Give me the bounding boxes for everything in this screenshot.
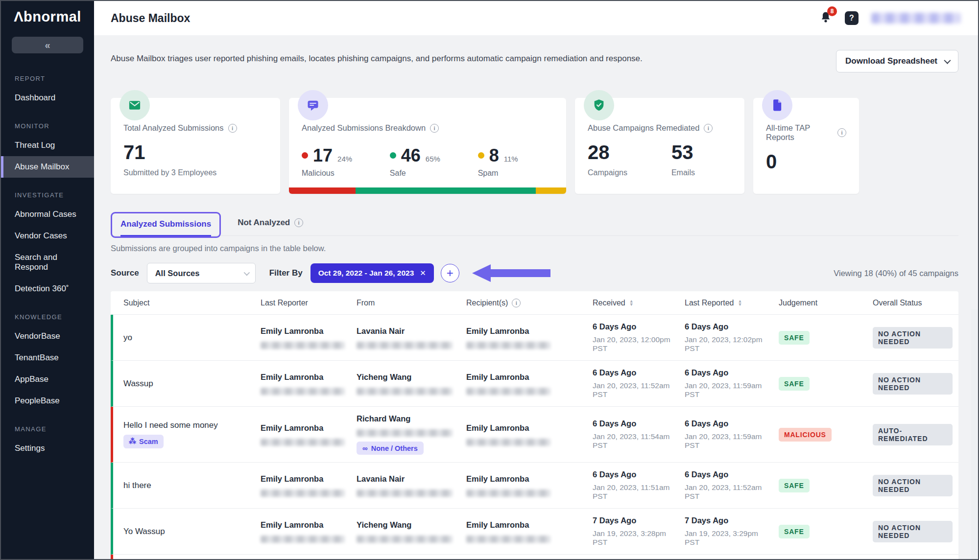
sort-icon[interactable]: ▲▼: [629, 300, 634, 306]
breakdown-value: 46: [401, 145, 421, 166]
breakdown-stats: 1724%Malicious4665%Safe811%Spam: [302, 145, 566, 178]
breakdown-stacked-bar: [289, 187, 566, 194]
sidebar-item-tenantbase[interactable]: TenantBase: [1, 347, 94, 369]
info-icon[interactable]: i: [837, 128, 846, 137]
cell-received: 7 Days AgoJan 19, 2023, 3:28pm PST: [593, 516, 685, 547]
table-row[interactable]: yoEmily LamronbaLavania NairEmily Lamron…: [111, 315, 958, 361]
viewing-count: Viewing 18 (40%) of 45 campaigns: [834, 269, 958, 278]
breakdown-label: Safe: [390, 169, 478, 178]
recipient-name: Emily Lamronba: [466, 327, 587, 336]
date-range-filter-chip[interactable]: Oct 29, 2022 - Jan 26, 2023 ✕: [310, 263, 434, 283]
sidebar-item-detection-360-[interactable]: Detection 360˚: [1, 278, 94, 300]
sidebar-item-peoplebase[interactable]: PeopleBase: [1, 390, 94, 412]
sidebar-item-abuse-mailbox[interactable]: Abuse Mailbox: [1, 156, 94, 178]
sidebar-item-label: VendorBase: [15, 331, 60, 341]
info-icon[interactable]: i: [228, 124, 237, 133]
column-header-label: Subject: [123, 299, 149, 307]
cell-subject: yo: [123, 333, 261, 343]
redacted-email: [357, 490, 453, 497]
column-header-judgement: Judgement: [779, 299, 873, 307]
scrollbar-track[interactable]: [971, 309, 978, 559]
sidebar-item-dashboard[interactable]: Dashboard: [1, 87, 94, 109]
cell-from: Lavania Nair: [357, 327, 466, 349]
sender-name: Yicheng Wang: [357, 520, 460, 530]
sidebar-item-label: Settings: [15, 443, 45, 453]
cell-from: Lavania Nair: [357, 474, 466, 497]
info-icon[interactable]: i: [704, 124, 713, 133]
cell-recipients: Emily Lamronba: [466, 474, 593, 497]
cell-overall-status: NO ACTION NEEDED: [873, 373, 958, 395]
recipient-name: Emily Lamronba: [466, 474, 587, 484]
sidebar-item-threat-log[interactable]: Threat Log: [1, 135, 94, 156]
top-bar-actions: 8 ?: [819, 11, 960, 25]
sidebar-item-appbase[interactable]: AppBase: [1, 369, 94, 390]
sort-icon[interactable]: ▲▼: [738, 300, 742, 306]
judgement-badge: SAFE: [779, 377, 810, 391]
tab-analyzed-submissions[interactable]: Analyzed Submissions: [120, 219, 211, 236]
help-button[interactable]: ?: [845, 11, 859, 25]
sidebar-section-label: KNOWLEDGE: [1, 306, 94, 326]
overall-status-badge: NO ACTION NEEDED: [873, 373, 953, 395]
page-description: Abuse Mailbox triages user reported phis…: [111, 50, 643, 64]
subject-text: Wassup: [123, 379, 255, 389]
info-icon[interactable]: i: [430, 124, 439, 133]
cell-received: 6 Days AgoJan 20, 2023, 11:52am PST: [593, 368, 685, 399]
tab-not-analyzed[interactable]: Not Analyzed i: [238, 218, 303, 235]
notifications-button[interactable]: 8: [819, 11, 832, 25]
column-header-label: Last Reported: [685, 299, 734, 307]
sidebar-item-vendor-cases[interactable]: Vendor Cases: [1, 225, 94, 247]
remove-filter-icon[interactable]: ✕: [420, 269, 426, 278]
user-account-menu[interactable]: [871, 13, 960, 23]
breakdown-label: Malicious: [302, 169, 390, 178]
sidebar-item-label: Vendor Cases: [15, 231, 67, 240]
sidebar-item-settings[interactable]: Settings: [1, 438, 94, 459]
time-absolute: Jan 20, 2023, 11:51am PST: [593, 483, 679, 501]
time-relative: 6 Days Ago: [685, 368, 773, 377]
card-total-analyzed-submissions: Total Analyzed Submissions i 71 Submitte…: [111, 98, 280, 194]
download-spreadsheet-button[interactable]: Download Spreadsheet: [836, 50, 958, 72]
remediated-stat-campaigns: 28Campaigns: [588, 133, 627, 177]
table-row[interactable]: test⁂ScamEmily LamronbaLavania Nair∞None…: [111, 555, 958, 559]
info-icon[interactable]: i: [294, 218, 303, 227]
table-row[interactable]: hi thereEmily LamronbaLavania NairEmily …: [111, 463, 958, 509]
cell-overall-status: NO ACTION NEEDED: [873, 475, 958, 496]
time-relative: 6 Days Ago: [685, 419, 773, 428]
judgement-badge: SAFE: [779, 525, 810, 538]
breakdown-stat-spam: 811%Spam: [478, 145, 566, 178]
time-absolute: Jan 20, 2023, 11:52am PST: [593, 381, 679, 399]
breakdown-stat-safe: 4665%Safe: [390, 145, 478, 178]
stat-cards-row: Total Analyzed Submissions i 71 Submitte…: [111, 98, 958, 194]
table-body: yoEmily LamronbaLavania NairEmily Lamron…: [111, 315, 958, 559]
cell-from: Yicheng Wang: [357, 373, 466, 395]
column-header-label: Judgement: [779, 299, 817, 307]
column-header-last-reported[interactable]: Last Reported▲▼: [685, 299, 779, 307]
sidebar-section-label: MONITOR: [1, 116, 94, 135]
chat-bubble-icon: [298, 90, 328, 120]
table-row[interactable]: WassupEmily LamronbaYicheng WangEmily La…: [111, 361, 958, 407]
sidebar-item-search-and-respond[interactable]: Search and Respond: [1, 247, 94, 278]
card-title-row: Abuse Campaigns Remediated i: [588, 123, 732, 133]
impersonated-party-chip[interactable]: ∞None / Others: [357, 442, 424, 455]
add-filter-button[interactable]: +: [441, 264, 459, 282]
cell-received: 6 Days AgoJan 20, 2023, 11:51am PST: [593, 470, 685, 501]
info-icon[interactable]: i: [512, 299, 521, 307]
reporter-name: Emily Lamronba: [261, 327, 351, 336]
sidebar-item-vendorbase[interactable]: VendorBase: [1, 326, 94, 347]
source-select[interactable]: All Sources: [147, 263, 256, 283]
collapse-chevrons-icon: «: [45, 40, 50, 51]
cell-last-reporter: Emily Lamronba: [261, 327, 357, 349]
table-row[interactable]: Yo WassupEmily LamronbaYicheng WangEmily…: [111, 509, 958, 555]
time-relative: 7 Days Ago: [593, 516, 679, 525]
sidebar-item-label: Threat Log: [15, 140, 55, 150]
column-header-received[interactable]: Received▲▼: [593, 299, 685, 307]
sidebar-collapse-button[interactable]: «: [12, 37, 83, 53]
cell-from: Yicheng Wang: [357, 520, 466, 543]
sidebar-item-abnormal-cases[interactable]: Abnormal Cases: [1, 204, 94, 225]
remediated-value: 53: [671, 141, 695, 163]
overall-status-badge: NO ACTION NEEDED: [873, 475, 953, 496]
breakdown-percent: 65%: [426, 155, 440, 163]
redacted-email: [357, 536, 453, 543]
remediated-value: 28: [588, 141, 627, 163]
table-row[interactable]: Hello I need some money⁂ScamEmily Lamron…: [111, 407, 958, 463]
sidebar-item-label: Abnormal Cases: [15, 210, 76, 219]
